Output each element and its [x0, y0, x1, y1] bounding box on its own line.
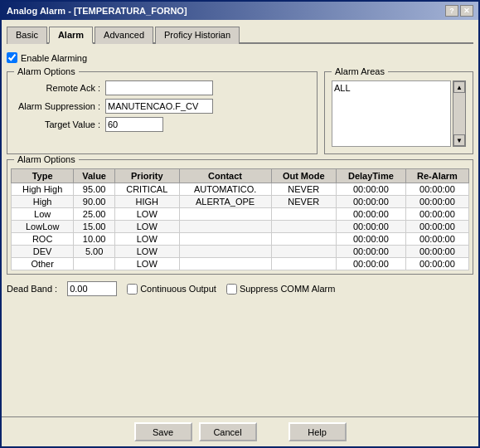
alarm-areas-legend: Alarm Areas: [332, 66, 388, 76]
cell-4-3[interactable]: [179, 233, 271, 246]
cell-5-5[interactable]: 00:00:00: [336, 246, 405, 258]
bottom-row: Dead Band : Continuous Output Suppress C…: [7, 281, 473, 296]
cell-6-3[interactable]: [179, 258, 271, 270]
alarm-areas-list: ALL: [332, 80, 451, 147]
cell-6-6[interactable]: 00:00:00: [405, 258, 468, 270]
cell-1-0[interactable]: High: [12, 196, 74, 208]
cell-4-5[interactable]: 00:00:00: [336, 233, 405, 246]
help-button[interactable]: Help: [288, 422, 347, 441]
cell-4-0[interactable]: ROC: [12, 233, 74, 246]
cell-6-5[interactable]: 00:00:00: [336, 258, 405, 270]
cell-2-3[interactable]: [179, 208, 271, 221]
main-window: Analog Alarm - [TEMPERATURA_FORNO] ? ✕ B…: [0, 0, 480, 448]
two-panels-row: Alarm Options Remote Ack : Alarm Suppres…: [7, 71, 473, 154]
cell-6-1[interactable]: [74, 258, 115, 270]
suppress-comm-label: Suppress COMM Alarm: [226, 284, 336, 295]
cell-2-6[interactable]: 00:00:00: [405, 208, 468, 221]
title-bar-buttons: ? ✕: [445, 5, 473, 17]
cell-5-3[interactable]: [179, 246, 271, 258]
table-row[interactable]: LowLow15.00LOW00:00:0000:00:00: [12, 221, 469, 233]
cell-5-4[interactable]: [271, 246, 336, 258]
cell-0-6[interactable]: 00:00:00: [405, 183, 468, 196]
cell-1-2[interactable]: HIGH: [114, 196, 179, 208]
cell-6-4[interactable]: [271, 258, 336, 270]
cell-3-3[interactable]: [179, 221, 271, 233]
cell-3-1[interactable]: 15.00: [74, 221, 115, 233]
scroll-up-btn[interactable]: ▲: [453, 81, 465, 93]
help-title-btn[interactable]: ?: [445, 5, 458, 17]
alarm-options-panel: Alarm Options Remote Ack : Alarm Suppres…: [7, 71, 318, 154]
table-row[interactable]: OtherLOW00:00:0000:00:00: [12, 258, 469, 270]
col-type: Type: [12, 169, 74, 183]
alarm-suppression-row: Alarm Suppression :: [14, 99, 310, 114]
col-outmode: Out Mode: [271, 169, 336, 183]
tab-basic[interactable]: Basic: [7, 27, 47, 44]
dead-band-label: Dead Band :: [7, 284, 57, 294]
cell-5-2[interactable]: LOW: [114, 246, 179, 258]
cell-0-2[interactable]: CRITICAL: [114, 183, 179, 196]
cell-4-4[interactable]: [271, 233, 336, 246]
cell-3-2[interactable]: LOW: [114, 221, 179, 233]
dead-band-input[interactable]: [67, 281, 117, 296]
continuous-output-checkbox[interactable]: [127, 284, 138, 295]
save-button[interactable]: Save: [134, 422, 192, 441]
cell-2-1[interactable]: 25.00: [74, 208, 115, 221]
cell-2-4[interactable]: [271, 208, 336, 221]
cell-3-6[interactable]: 00:00:00: [405, 221, 468, 233]
alarm-suppression-input[interactable]: [105, 99, 213, 114]
window-content: Basic Alarm Advanced Proficy Historian E…: [2, 20, 478, 416]
cell-4-2[interactable]: LOW: [114, 233, 179, 246]
table-row[interactable]: Low25.00LOW00:00:0000:00:00: [12, 208, 469, 221]
target-value-label: Target Value :: [14, 119, 105, 129]
remote-ack-input[interactable]: [105, 80, 213, 95]
alarm-areas-scrollbar[interactable]: ▲ ▼: [453, 80, 466, 147]
cell-5-1[interactable]: 5.00: [74, 246, 115, 258]
title-bar: Analog Alarm - [TEMPERATURA_FORNO] ? ✕: [2, 2, 478, 20]
cell-1-1[interactable]: 90.00: [74, 196, 115, 208]
cell-1-6[interactable]: 00:00:00: [405, 196, 468, 208]
close-title-btn[interactable]: ✕: [460, 5, 473, 17]
cell-5-6[interactable]: 00:00:00: [405, 246, 468, 258]
cell-3-5[interactable]: 00:00:00: [336, 221, 405, 233]
tab-advanced[interactable]: Advanced: [95, 27, 153, 44]
cell-2-2[interactable]: LOW: [114, 208, 179, 221]
target-value-row: Target Value :: [14, 117, 310, 132]
cell-0-5[interactable]: 00:00:00: [336, 183, 405, 196]
cell-1-5[interactable]: 00:00:00: [336, 196, 405, 208]
col-contact: Contact: [179, 169, 271, 183]
table-row[interactable]: DEV5.00LOW00:00:0000:00:00: [12, 246, 469, 258]
suppress-comm-checkbox[interactable]: [226, 284, 237, 295]
alarm-area-item-all[interactable]: ALL: [334, 83, 448, 93]
alarm-areas-scroll-area: ALL ▲ ▼: [332, 80, 466, 147]
cell-0-3[interactable]: AUTOMATICO.: [179, 183, 271, 196]
enable-alarming-checkbox[interactable]: [7, 52, 17, 63]
cell-4-1[interactable]: 10.00: [74, 233, 115, 246]
scroll-down-btn[interactable]: ▼: [453, 134, 465, 146]
cell-0-4[interactable]: NEVER: [271, 183, 336, 196]
target-value-input[interactable]: [105, 117, 163, 132]
cell-0-1[interactable]: 95.00: [74, 183, 115, 196]
cell-4-6[interactable]: 00:00:00: [405, 233, 468, 246]
cell-6-2[interactable]: LOW: [114, 258, 179, 270]
tab-proficy[interactable]: Proficy Historian: [155, 27, 240, 44]
cell-2-0[interactable]: Low: [12, 208, 74, 221]
tab-alarm[interactable]: Alarm: [49, 27, 93, 44]
table-row[interactable]: High90.00HIGHALERTA_OPENEVER00:00:0000:0…: [12, 196, 469, 208]
table-row[interactable]: High High95.00CRITICALAUTOMATICO.NEVER00…: [12, 183, 469, 196]
cell-1-3[interactable]: ALERTA_OPE: [179, 196, 271, 208]
enable-alarming-row: Enable Alarming: [7, 52, 473, 63]
cell-2-5[interactable]: 00:00:00: [336, 208, 405, 221]
cell-5-0[interactable]: DEV: [12, 246, 74, 258]
cell-6-0[interactable]: Other: [12, 258, 74, 270]
table-row[interactable]: ROC10.00LOW00:00:0000:00:00: [12, 233, 469, 246]
cell-3-0[interactable]: LowLow: [12, 221, 74, 233]
col-delaytime: DelayTime: [336, 169, 405, 183]
cell-3-4[interactable]: [271, 221, 336, 233]
col-value: Value: [74, 169, 115, 183]
cancel-button[interactable]: Cancel: [199, 422, 257, 441]
remote-ack-label: Remote Ack :: [14, 83, 105, 93]
tab-bar: Basic Alarm Advanced Proficy Historian: [7, 25, 473, 44]
alarm-table-box: Alarm Options Type Value Priority Contac…: [7, 159, 473, 275]
cell-0-0[interactable]: High High: [12, 183, 74, 196]
cell-1-4[interactable]: NEVER: [271, 196, 336, 208]
